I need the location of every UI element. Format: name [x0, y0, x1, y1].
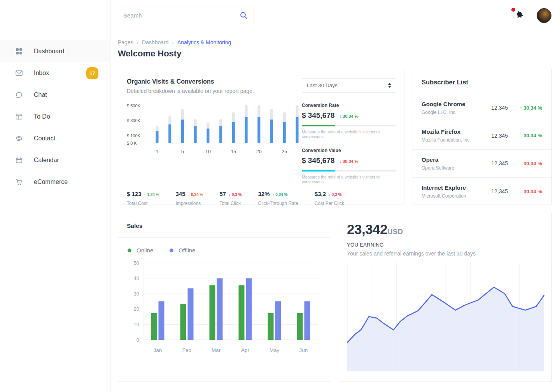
sidebar-item-todo[interactable]: To Do — [0, 106, 110, 128]
earnings-card: 23,342 USD YOU EARNING Your sales and re… — [339, 213, 552, 382]
topbar-actions — [515, 8, 560, 23]
breadcrumb-separator: › — [172, 40, 174, 46]
notification-dot — [511, 8, 515, 12]
svg-text:$ 500K: $ 500K — [127, 103, 141, 108]
stat-label: Impressions — [175, 201, 203, 206]
conversion-description: Measures the ratio of a website's visito… — [302, 175, 396, 184]
sidebar-item-inbox[interactable]: Inbox17 — [0, 62, 110, 84]
organic-visits-card: Organic Visits & Conversions Detailed br… — [118, 69, 404, 205]
stat-block: 345↓ 0,34 %Impressions — [175, 191, 203, 206]
sales-legend: OnlineOffline — [118, 238, 330, 254]
search-icon[interactable] — [239, 11, 248, 20]
svg-text:5: 5 — [181, 149, 184, 154]
sales-card-title: Sales — [118, 213, 330, 238]
stat-block: $3,2↓ 0,3 %Cost Per Click — [315, 191, 344, 206]
conversion-delta: ↓ 30,34 % — [340, 159, 359, 164]
page-title: Welcome Hosty — [118, 49, 552, 59]
svg-text:$ 300K: $ 300K — [127, 118, 141, 123]
stat-delta: ↑ 1,34 % — [144, 192, 159, 197]
sidebar-item-chat[interactable]: Chat — [0, 84, 110, 106]
bell-icon — [515, 10, 525, 21]
subscriber-delta: ↓ 30,34 % — [515, 161, 542, 166]
inbox-badge: 17 — [86, 67, 98, 79]
subscriber-row[interactable]: Google ChromeGoogle LLC, Inc.12,345↑ 30,… — [413, 94, 551, 122]
sidebar-item-ecommerce[interactable]: eCommerce — [0, 171, 110, 193]
conversion-delta: ↑ 30,34 % — [340, 114, 359, 119]
svg-text:$ 100K: $ 100K — [127, 133, 141, 138]
search-input[interactable] — [123, 12, 239, 19]
earnings-amount: 23,342 — [347, 222, 387, 237]
subscriber-company: Google LLC, Inc. — [422, 110, 491, 115]
sidebar-item-calendar[interactable]: Calendar — [0, 149, 110, 171]
stat-label: Total Cost — [127, 201, 159, 206]
svg-text:Apr: Apr — [241, 347, 250, 353]
subscriber-delta: ↑ 30,34 % — [515, 105, 542, 111]
legend-item-online: Online — [128, 247, 153, 254]
svg-text:20: 20 — [134, 306, 139, 312]
sales-card: Sales OnlineOffline 01020304050JanFebMar… — [118, 213, 330, 382]
notifications-button[interactable] — [515, 10, 525, 21]
stat-value-row: 345↓ 0,34 % — [175, 191, 203, 197]
subscriber-row[interactable]: Internet ExploreMicrosoft Corporation12,… — [413, 178, 551, 206]
subscriber-row[interactable]: OperaOpera Software12,345↓ 30,34 % — [413, 150, 551, 178]
subscriber-company: Opera Software — [422, 165, 491, 171]
breadcrumb-separator: › — [137, 40, 138, 46]
svg-text:$ 0 K: $ 0 K — [127, 141, 137, 145]
logo-area — [0, 0, 110, 31]
legend-item-offline: Offline — [170, 247, 195, 254]
select-arrows-icon — [388, 83, 391, 88]
subscriber-info: Google ChromeGoogle LLC, Inc. — [422, 101, 491, 115]
user-avatar[interactable] — [537, 8, 551, 23]
subscriber-count: 12,345 — [491, 133, 508, 139]
period-select[interactable]: Last 30 Days — [302, 78, 396, 93]
chat-icon — [15, 91, 23, 99]
breadcrumb-active[interactable]: Analytics & Monitoring — [177, 39, 231, 46]
conversion-progress-bar — [302, 170, 396, 172]
conversion-value-row: $ 345,678↑ 30,34 % — [302, 111, 396, 120]
inbox-icon — [15, 69, 23, 77]
sidebar-item-contact[interactable]: Contact — [0, 128, 110, 149]
sidebar-item-label: Inbox — [34, 70, 49, 77]
stat-label: Cost Per Click — [315, 201, 344, 206]
subscriber-count: 12,345 — [491, 188, 508, 194]
sidebar-item-label: Dashboard — [34, 48, 64, 55]
svg-text:Mar: Mar — [212, 347, 221, 353]
svg-text:20: 20 — [256, 149, 262, 154]
svg-text:10: 10 — [134, 322, 139, 327]
svg-text:10: 10 — [205, 149, 211, 154]
main-content: Pages › Dashboard › Analytics & Monitori… — [110, 31, 560, 392]
period-select-value: Last 30 Days — [307, 82, 338, 88]
conversion-description: Measures the ratio of a website's visito… — [302, 130, 396, 139]
earnings-label: YOU EARNING — [347, 242, 542, 248]
organic-stats-row: $ 123↑ 1,34 %Total Cost345↓ 0,34 %Impres… — [118, 184, 404, 206]
svg-text:May: May — [270, 347, 280, 353]
subscriber-delta: ↓ 30,34 % — [515, 189, 542, 194]
organic-card-heading: Organic Visits & Conversions Detailed br… — [127, 78, 254, 94]
search-box[interactable] — [118, 7, 254, 24]
legend-dot — [128, 248, 131, 252]
subscriber-info: Mozila FirefoxMozilla Foundation, Inc. — [422, 128, 491, 143]
conversion-progress-fill — [302, 125, 335, 126]
svg-text:1: 1 — [156, 149, 159, 154]
earnings-subtitle: Your sales and referral earnings over th… — [347, 250, 542, 257]
todo-icon — [15, 112, 23, 121]
conversion-value-row: $ 345,678↓ 30,34 % — [302, 156, 396, 165]
subscriber-list-card: Subscriber List Google ChromeGoogle LLC,… — [413, 69, 552, 205]
subscriber-name: Google Chrome — [422, 101, 491, 107]
legend-label: Offline — [178, 247, 195, 254]
sidebar-item-dashboard[interactable]: Dashboard — [0, 40, 110, 62]
breadcrumb-pages[interactable]: Pages — [118, 39, 133, 46]
stat-value: 57 — [219, 191, 226, 197]
organic-card-subtitle: Detailed breakdown is available on your … — [127, 88, 254, 94]
organic-card-title: Organic Visits & Conversions — [127, 78, 254, 85]
svg-text:Jan: Jan — [154, 347, 162, 353]
sidebar-item-label: Chat — [34, 91, 47, 98]
svg-text:Jun: Jun — [299, 347, 308, 353]
svg-text:15: 15 — [231, 149, 236, 154]
stat-delta: ↓ 0,3 % — [329, 192, 341, 197]
subscriber-name: Mozila Firefox — [422, 128, 491, 135]
breadcrumb-dashboard[interactable]: Dashboard — [142, 39, 169, 46]
breadcrumb: Pages › Dashboard › Analytics & Monitori… — [118, 39, 552, 46]
conversion-block: Conversion Rate$ 345,678↑ 30,34 %Measure… — [302, 103, 396, 139]
subscriber-row[interactable]: Mozila FirefoxMozilla Foundation, Inc.12… — [413, 122, 551, 150]
